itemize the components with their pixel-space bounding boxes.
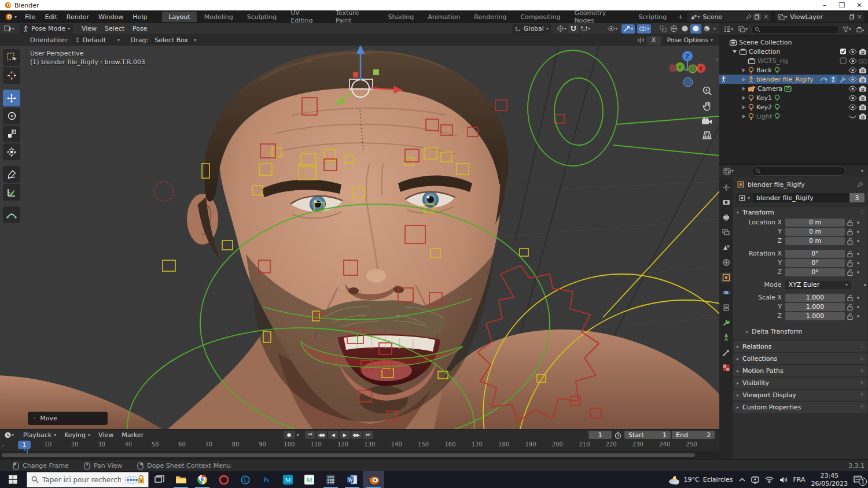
notification-center-icon[interactable]: 1 <box>854 475 863 484</box>
lock-icon[interactable] <box>847 219 854 226</box>
object-id-icon[interactable]: ▾ <box>736 193 753 202</box>
panel-grip-icon[interactable]: ⠿ <box>860 368 864 374</box>
hide-viewport-toggle[interactable] <box>848 58 857 64</box>
lock-icon[interactable] <box>847 238 854 245</box>
auto-key-button[interactable] <box>284 431 295 439</box>
weather-widget[interactable]: 19°C Eclaircies <box>668 474 733 486</box>
orientation-dropdown[interactable]: Global ▾ <box>512 24 551 34</box>
animate-dot-icon[interactable] <box>856 305 860 309</box>
disable-render-toggle[interactable] <box>859 66 867 73</box>
shading-dropdown-icon[interactable]: ▾ <box>713 26 716 31</box>
tool-select-box[interactable] <box>3 49 20 66</box>
tab-animation[interactable]: Animation <box>421 12 466 22</box>
panel-grip-icon[interactable]: ⠿ <box>860 210 864 215</box>
outliner-search-input[interactable] <box>751 25 839 34</box>
transform-panel-header[interactable]: ▾ Transform ⠿ <box>733 207 867 218</box>
transform-value-field[interactable]: 0 m <box>785 219 845 227</box>
properties-tab-physics[interactable] <box>720 287 732 298</box>
taskbar-app-opera[interactable] <box>213 471 234 488</box>
panel-grip-icon[interactable]: ⠿ <box>860 380 864 386</box>
start-button[interactable] <box>0 471 25 488</box>
blender-menu-icon[interactable]: ▾ <box>5 13 17 20</box>
navigation-gizmo[interactable]: Z Y X <box>668 49 707 87</box>
animate-dot-icon[interactable] <box>856 261 860 265</box>
timeline-ruler[interactable]: › 10203040506070809010011012013014015016… <box>0 439 719 451</box>
menu-help[interactable]: Help <box>128 10 152 23</box>
restore-button[interactable]: ❐ <box>833 1 851 9</box>
shading-solid-icon[interactable] <box>679 24 690 34</box>
lock-icon[interactable] <box>847 313 854 320</box>
animate-dot-icon[interactable] <box>856 295 860 300</box>
outliner-row-light[interactable]: Light <box>719 112 868 121</box>
animate-dot-icon[interactable] <box>856 270 860 275</box>
end-frame-field[interactable]: End 2 <box>672 431 715 439</box>
camera-view-icon[interactable] <box>701 117 712 125</box>
viewport-menu-select[interactable]: Select <box>101 25 128 32</box>
properties-tab-constraints[interactable] <box>720 302 732 313</box>
panel-grip-icon[interactable]: ⠿ <box>860 405 864 410</box>
properties-tab-scene[interactable] <box>720 242 732 253</box>
properties-tab-view-layer[interactable] <box>720 227 732 238</box>
panel-grip-icon[interactable]: ⠿ <box>860 393 864 398</box>
taskbar-app-photoshop[interactable]: Ps <box>256 471 277 488</box>
menu-file[interactable]: File <box>20 10 40 23</box>
sidebar-collapse-arrow[interactable]: ‹ <box>716 56 718 62</box>
wifi-icon[interactable] <box>765 476 774 483</box>
outliner-display-mode-icon[interactable]: ▾ <box>722 25 735 34</box>
pivot-point-icon[interactable]: ▾ <box>555 24 568 34</box>
collection-checkbox[interactable] <box>840 57 847 64</box>
editor-type-icon[interactable]: ▾ <box>2 24 16 34</box>
transform-value-field[interactable]: 0 m <box>785 228 845 236</box>
taskbar-app-calculator[interactable] <box>320 471 341 488</box>
tool-scale[interactable] <box>3 125 20 142</box>
drag-setting-dropdown[interactable]: Select Box ▾ <box>152 36 199 45</box>
taskbar-clock[interactable]: 23:45 26/05/2023 <box>811 472 848 487</box>
tab-shading[interactable]: Shading <box>381 12 420 22</box>
search-highlights-icon[interactable] <box>124 475 144 485</box>
operator-panel[interactable]: › Move <box>28 412 108 425</box>
tab-uv-editing[interactable]: UV Editing <box>284 12 328 22</box>
shading-wireframe-icon[interactable] <box>668 24 679 34</box>
new-collection-icon[interactable] <box>855 25 866 34</box>
orientation-setting-dropdown[interactable]: Default ▾ <box>72 36 123 45</box>
rotation-mode-dropdown[interactable]: XYZ Euler▾ <box>785 281 852 289</box>
proportional-edit-icon[interactable]: ▾ <box>579 24 592 34</box>
outliner-row-wgts-rig[interactable]: WGTS_rig <box>719 56 868 65</box>
hide-viewport-toggle[interactable] <box>848 76 857 83</box>
outliner-row-collection[interactable]: Collection <box>719 47 868 56</box>
transform-value-field[interactable]: 0 m <box>785 237 845 245</box>
next-keyframe-button[interactable]: ◆▶ <box>351 431 362 439</box>
properties-options-icon[interactable]: ▾ <box>861 168 863 173</box>
tool-transform[interactable] <box>3 143 20 160</box>
outliner-filter-mode-icon[interactable]: ▾ <box>737 25 749 34</box>
jump-start-button[interactable]: ⏮ <box>305 431 315 439</box>
panel-custom-properties[interactable]: ▸Custom Properties⠿ <box>733 402 867 413</box>
tab-rendering[interactable]: Rendering <box>468 12 513 22</box>
properties-tab-world[interactable] <box>720 257 732 268</box>
timeline-expand-arrow[interactable]: › <box>2 442 4 449</box>
panel-grip-icon[interactable]: ⠿ <box>860 356 864 361</box>
disable-render-toggle[interactable] <box>859 48 867 55</box>
menu-render[interactable]: Render <box>62 10 94 23</box>
timeline-track-area[interactable] <box>0 451 719 459</box>
outliner-row-scene-collection[interactable]: Scene Collection <box>719 38 868 47</box>
properties-tab-object[interactable] <box>720 272 732 283</box>
overlays-toggle-icon[interactable]: ▾ <box>637 24 651 34</box>
outliner-row-key1[interactable]: Key1 <box>719 93 868 102</box>
taskbar-search-input[interactable]: Taper ici pour rechercher <box>27 472 149 487</box>
outliner-row-back[interactable]: Back <box>719 65 868 75</box>
viewport-canvas[interactable]: User Perspective (1) blender file_Rigify… <box>0 46 719 429</box>
disable-render-toggle[interactable] <box>859 76 867 83</box>
tab-texture-paint[interactable]: Texture Paint <box>329 12 381 22</box>
pin-icon[interactable] <box>746 14 752 20</box>
start-frame-field[interactable]: Start 1 <box>624 431 671 439</box>
scene-selector[interactable]: ▾ Scene ✕ <box>687 12 771 22</box>
language-indicator[interactable]: FRA <box>793 476 806 483</box>
timeline-menu-keying[interactable]: Keying▾ <box>60 431 94 439</box>
tab-geometry-nodes[interactable]: Geometry Nodes <box>568 12 631 22</box>
timeline-menu-playback[interactable]: Playback▾ <box>19 431 60 439</box>
hide-viewport-toggle[interactable] <box>848 67 857 73</box>
taskbar-app-maya[interactable]: M <box>277 471 299 488</box>
shading-rendered-icon[interactable] <box>701 24 712 34</box>
play-button[interactable]: ▶ <box>340 431 350 439</box>
